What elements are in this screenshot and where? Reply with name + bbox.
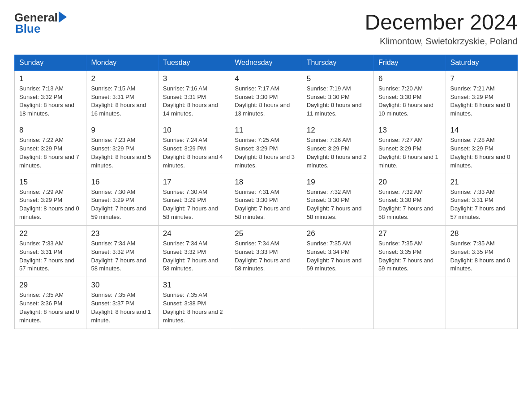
table-row: 20 Sunrise: 7:32 AMSunset: 3:30 PMDaylig…	[374, 174, 446, 225]
day-number: 15	[19, 178, 82, 187]
day-info: Sunrise: 7:17 AMSunset: 3:30 PMDaylight:…	[235, 85, 297, 118]
day-number: 28	[450, 229, 513, 238]
col-friday: Friday	[374, 55, 446, 70]
table-row: 17 Sunrise: 7:30 AMSunset: 3:29 PMDaylig…	[158, 174, 230, 225]
day-info: Sunrise: 7:16 AMSunset: 3:31 PMDaylight:…	[163, 85, 225, 118]
day-number: 29	[19, 281, 82, 290]
table-row: 13 Sunrise: 7:27 AMSunset: 3:29 PMDaylig…	[374, 122, 446, 174]
table-row: 9 Sunrise: 7:23 AMSunset: 3:29 PMDayligh…	[86, 122, 158, 174]
calendar-week-row: 15 Sunrise: 7:29 AMSunset: 3:29 PMDaylig…	[15, 174, 518, 225]
col-tuesday: Tuesday	[158, 55, 230, 70]
day-info: Sunrise: 7:29 AMSunset: 3:29 PMDaylight:…	[19, 188, 82, 222]
col-saturday: Saturday	[446, 55, 517, 70]
table-row: 31 Sunrise: 7:35 AMSunset: 3:38 PMDaylig…	[158, 277, 230, 329]
table-row: 23 Sunrise: 7:34 AMSunset: 3:32 PMDaylig…	[86, 225, 158, 277]
day-info: Sunrise: 7:19 AMSunset: 3:30 PMDaylight:…	[307, 85, 369, 118]
table-row: 15 Sunrise: 7:29 AMSunset: 3:29 PMDaylig…	[15, 174, 86, 225]
day-number: 4	[235, 74, 297, 83]
table-row: 16 Sunrise: 7:30 AMSunset: 3:29 PMDaylig…	[86, 174, 158, 225]
table-row: 27 Sunrise: 7:35 AMSunset: 3:35 PMDaylig…	[374, 225, 446, 277]
day-info: Sunrise: 7:13 AMSunset: 3:32 PMDaylight:…	[19, 85, 82, 118]
day-info: Sunrise: 7:20 AMSunset: 3:30 PMDaylight:…	[378, 85, 441, 118]
table-row: 25 Sunrise: 7:34 AMSunset: 3:33 PMDaylig…	[230, 225, 302, 277]
day-number: 10	[163, 126, 225, 135]
calendar-location: Klimontow, Swietokrzyskie, Poland	[365, 36, 518, 47]
day-number: 17	[163, 178, 225, 187]
table-row: 4 Sunrise: 7:17 AMSunset: 3:30 PMDayligh…	[230, 70, 302, 122]
day-number: 9	[91, 126, 153, 135]
calendar-month-title: December 2024	[365, 11, 518, 34]
day-info: Sunrise: 7:24 AMSunset: 3:29 PMDaylight:…	[163, 136, 225, 170]
day-info: Sunrise: 7:32 AMSunset: 3:30 PMDaylight:…	[307, 188, 369, 222]
table-row: 11 Sunrise: 7:25 AMSunset: 3:29 PMDaylig…	[230, 122, 302, 174]
day-info: Sunrise: 7:35 AMSunset: 3:36 PMDaylight:…	[19, 291, 82, 325]
calendar-week-row: 22 Sunrise: 7:33 AMSunset: 3:31 PMDaylig…	[15, 225, 518, 277]
day-number: 27	[378, 229, 441, 238]
day-info: Sunrise: 7:27 AMSunset: 3:29 PMDaylight:…	[378, 136, 441, 170]
calendar-week-row: 29 Sunrise: 7:35 AMSunset: 3:36 PMDaylig…	[15, 277, 518, 329]
day-number: 1	[19, 74, 82, 83]
day-number: 16	[91, 178, 153, 187]
day-info: Sunrise: 7:21 AMSunset: 3:29 PMDaylight:…	[450, 85, 513, 118]
day-number: 21	[450, 178, 513, 187]
day-info: Sunrise: 7:35 AMSunset: 3:38 PMDaylight:…	[163, 291, 225, 325]
table-row: 30 Sunrise: 7:35 AMSunset: 3:37 PMDaylig…	[86, 277, 158, 329]
day-number: 31	[163, 281, 225, 290]
day-info: Sunrise: 7:35 AMSunset: 3:35 PMDaylight:…	[450, 240, 513, 273]
table-row: 28 Sunrise: 7:35 AMSunset: 3:35 PMDaylig…	[446, 225, 517, 277]
logo: General Blue	[14, 11, 67, 36]
table-row: 21 Sunrise: 7:33 AMSunset: 3:31 PMDaylig…	[446, 174, 517, 225]
table-row: 10 Sunrise: 7:24 AMSunset: 3:29 PMDaylig…	[158, 122, 230, 174]
col-wednesday: Wednesday	[230, 55, 302, 70]
day-number: 3	[163, 74, 225, 83]
day-info: Sunrise: 7:26 AMSunset: 3:29 PMDaylight:…	[307, 136, 369, 170]
day-info: Sunrise: 7:28 AMSunset: 3:29 PMDaylight:…	[450, 136, 513, 170]
table-row: 29 Sunrise: 7:35 AMSunset: 3:36 PMDaylig…	[15, 277, 86, 329]
table-row: 2 Sunrise: 7:15 AMSunset: 3:31 PMDayligh…	[86, 70, 158, 122]
day-info: Sunrise: 7:34 AMSunset: 3:32 PMDaylight:…	[163, 240, 225, 273]
day-number: 6	[378, 74, 441, 83]
day-number: 25	[235, 229, 297, 238]
day-number: 5	[307, 74, 369, 83]
day-info: Sunrise: 7:30 AMSunset: 3:29 PMDaylight:…	[91, 188, 153, 222]
day-number: 13	[378, 126, 441, 135]
logo-arrow-icon	[59, 11, 67, 23]
day-number: 2	[91, 74, 153, 83]
table-row: 7 Sunrise: 7:21 AMSunset: 3:29 PMDayligh…	[446, 70, 517, 122]
day-info: Sunrise: 7:23 AMSunset: 3:29 PMDaylight:…	[91, 136, 153, 170]
day-number: 24	[163, 229, 225, 238]
table-row: 22 Sunrise: 7:33 AMSunset: 3:31 PMDaylig…	[15, 225, 86, 277]
table-row: 6 Sunrise: 7:20 AMSunset: 3:30 PMDayligh…	[374, 70, 446, 122]
day-info: Sunrise: 7:25 AMSunset: 3:29 PMDaylight:…	[235, 136, 297, 170]
table-row	[230, 277, 302, 329]
day-number: 12	[307, 126, 369, 135]
table-row: 24 Sunrise: 7:34 AMSunset: 3:32 PMDaylig…	[158, 225, 230, 277]
logo-blue-text: Blue	[15, 22, 40, 36]
day-info: Sunrise: 7:15 AMSunset: 3:31 PMDaylight:…	[91, 85, 153, 118]
day-number: 7	[450, 74, 513, 83]
table-row: 3 Sunrise: 7:16 AMSunset: 3:31 PMDayligh…	[158, 70, 230, 122]
day-info: Sunrise: 7:34 AMSunset: 3:32 PMDaylight:…	[91, 240, 153, 273]
col-monday: Monday	[86, 55, 158, 70]
day-number: 23	[91, 229, 153, 238]
day-info: Sunrise: 7:33 AMSunset: 3:31 PMDaylight:…	[450, 188, 513, 222]
page-header: General Blue December 2024 Klimontow, Sw…	[14, 11, 518, 47]
calendar-header-row: Sunday Monday Tuesday Wednesday Thursday…	[15, 55, 518, 70]
day-info: Sunrise: 7:31 AMSunset: 3:30 PMDaylight:…	[235, 188, 297, 222]
calendar-table: Sunday Monday Tuesday Wednesday Thursday…	[14, 55, 518, 329]
day-number: 18	[235, 178, 297, 187]
table-row: 26 Sunrise: 7:35 AMSunset: 3:34 PMDaylig…	[302, 225, 373, 277]
day-number: 26	[307, 229, 369, 238]
table-row: 12 Sunrise: 7:26 AMSunset: 3:29 PMDaylig…	[302, 122, 373, 174]
table-row	[302, 277, 373, 329]
day-info: Sunrise: 7:33 AMSunset: 3:31 PMDaylight:…	[19, 240, 82, 273]
day-info: Sunrise: 7:35 AMSunset: 3:34 PMDaylight:…	[307, 240, 369, 273]
calendar-week-row: 8 Sunrise: 7:22 AMSunset: 3:29 PMDayligh…	[15, 122, 518, 174]
day-info: Sunrise: 7:22 AMSunset: 3:29 PMDaylight:…	[19, 136, 82, 170]
table-row: 14 Sunrise: 7:28 AMSunset: 3:29 PMDaylig…	[446, 122, 517, 174]
day-info: Sunrise: 7:34 AMSunset: 3:33 PMDaylight:…	[235, 240, 297, 273]
day-info: Sunrise: 7:35 AMSunset: 3:35 PMDaylight:…	[378, 240, 441, 273]
table-row	[446, 277, 517, 329]
table-row: 1 Sunrise: 7:13 AMSunset: 3:32 PMDayligh…	[15, 70, 86, 122]
day-number: 22	[19, 229, 82, 238]
